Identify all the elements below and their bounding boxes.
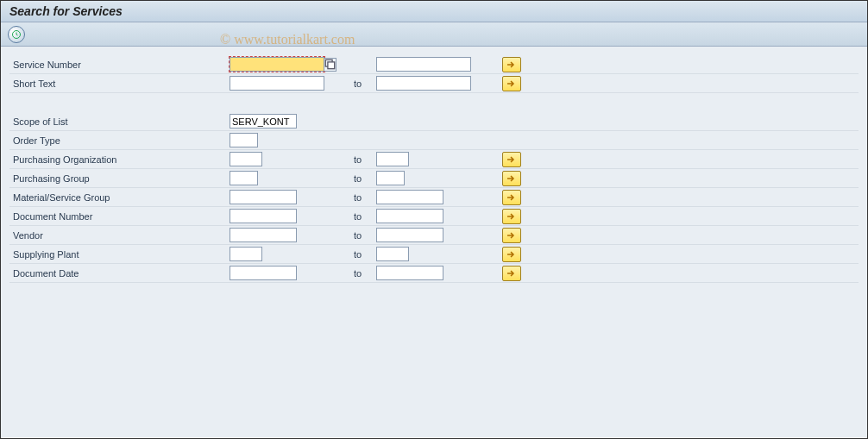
label-doc-number: Document Number	[9, 211, 230, 222]
label-mat-serv-group: Material/Service Group	[9, 192, 230, 203]
doc-number-from-input[interactable]	[230, 209, 297, 223]
multi-select-supplying-plant[interactable]	[502, 247, 521, 262]
to-label-short-text: to	[350, 78, 376, 89]
selection-screen: Service Number Short Text to	[1, 47, 867, 437]
purch-org-to-input[interactable]	[376, 152, 409, 166]
clock-execute-icon	[11, 29, 22, 40]
multi-select-mat-serv-group[interactable]	[502, 190, 521, 205]
multi-select-short-text[interactable]	[502, 76, 521, 91]
to-label-doc-date: to	[350, 268, 376, 279]
arrow-right-icon	[506, 60, 517, 69]
doc-date-from-input[interactable]	[230, 266, 297, 280]
to-label-supplying-plant: to	[350, 249, 376, 260]
row-scope-of-list: Scope of List	[9, 112, 859, 131]
row-mat-serv-group: Material/Service Group to	[9, 188, 859, 207]
row-service-number: Service Number	[9, 55, 859, 74]
execute-button[interactable]	[8, 26, 25, 43]
vendor-from-input[interactable]	[230, 228, 297, 242]
row-order-type: Order Type	[9, 131, 859, 150]
arrow-right-icon	[506, 193, 517, 202]
doc-number-to-input[interactable]	[376, 209, 443, 223]
mat-serv-group-from-input[interactable]	[230, 190, 297, 204]
order-type-input[interactable]	[230, 133, 258, 147]
short-text-from-input[interactable]	[230, 76, 324, 91]
f4-help-icon[interactable]	[324, 58, 337, 72]
to-label-vendor: to	[350, 230, 376, 241]
vendor-to-input[interactable]	[376, 228, 443, 242]
row-purch-org: Purchasing Organization to	[9, 150, 859, 169]
row-short-text: Short Text to	[9, 74, 859, 93]
label-order-type: Order Type	[9, 135, 230, 146]
label-scope-of-list: Scope of List	[9, 116, 230, 127]
purch-group-to-input[interactable]	[376, 171, 405, 185]
row-doc-date: Document Date to	[9, 264, 859, 283]
to-label-purch-org: to	[350, 154, 376, 165]
to-label-mat-serv-group: to	[350, 192, 376, 203]
to-label-purch-group: to	[350, 173, 376, 184]
multi-select-doc-date[interactable]	[502, 266, 521, 281]
row-vendor: Vendor to	[9, 226, 859, 245]
label-purch-org: Purchasing Organization	[9, 154, 230, 165]
arrow-right-icon	[506, 269, 517, 278]
row-purch-group: Purchasing Group to	[9, 169, 859, 188]
svg-rect-2	[328, 62, 335, 69]
short-text-to-input[interactable]	[376, 76, 471, 91]
purch-org-from-input[interactable]	[230, 152, 262, 166]
arrow-right-icon	[506, 79, 517, 88]
arrow-right-icon	[506, 250, 517, 259]
multi-select-service-number[interactable]	[502, 57, 521, 72]
arrow-right-icon	[506, 155, 517, 164]
page-title: Search for Services	[1, 1, 867, 22]
supplying-plant-from-input[interactable]	[230, 247, 262, 261]
purch-group-from-input[interactable]	[230, 171, 258, 185]
arrow-right-icon	[506, 174, 517, 183]
multi-select-purch-org[interactable]	[502, 152, 521, 167]
mat-serv-group-to-input[interactable]	[376, 190, 443, 204]
multi-select-doc-number[interactable]	[502, 209, 521, 224]
label-vendor: Vendor	[9, 230, 230, 241]
service-number-to-input[interactable]	[376, 57, 471, 72]
search-help-icon	[324, 59, 336, 70]
label-service-number: Service Number	[9, 60, 230, 70]
label-purch-group: Purchasing Group	[9, 173, 230, 184]
toolbar	[1, 22, 867, 47]
arrow-right-icon	[506, 212, 517, 221]
supplying-plant-to-input[interactable]	[376, 247, 409, 261]
to-label-doc-number: to	[350, 211, 376, 222]
label-doc-date: Document Date	[9, 268, 230, 279]
arrow-right-icon	[506, 231, 517, 240]
multi-select-purch-group[interactable]	[502, 171, 521, 186]
row-supplying-plant: Supplying Plant to	[9, 245, 859, 264]
multi-select-vendor[interactable]	[502, 228, 521, 243]
label-short-text: Short Text	[9, 78, 230, 89]
doc-date-to-input[interactable]	[376, 266, 443, 280]
service-number-from-input[interactable]	[230, 57, 324, 72]
scope-of-list-input[interactable]	[230, 114, 297, 129]
label-supplying-plant: Supplying Plant	[9, 249, 230, 260]
row-doc-number: Document Number to	[9, 207, 859, 226]
spacer	[9, 93, 859, 112]
